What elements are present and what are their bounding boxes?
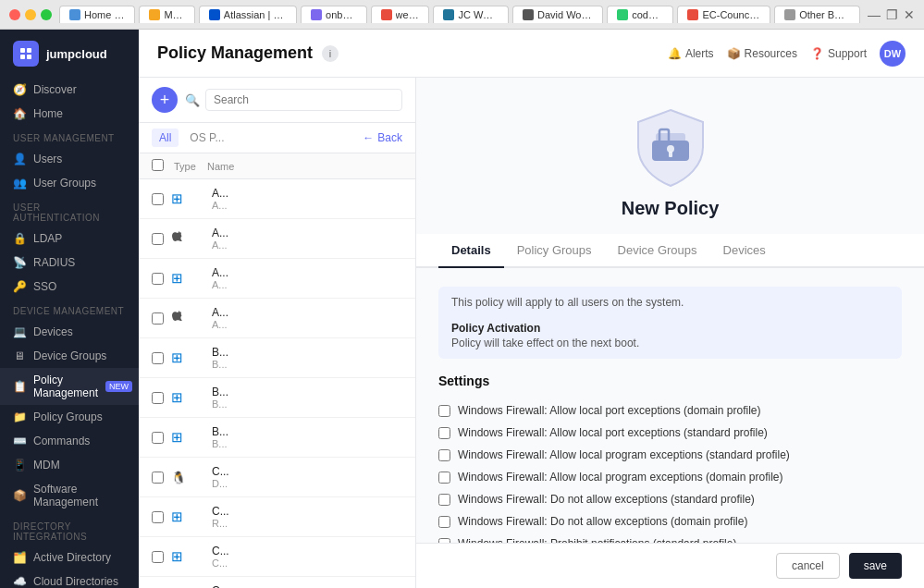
sidebar-item-active-directory[interactable]: 🗂️Active Directory bbox=[0, 545, 139, 570]
tab-all[interactable]: All bbox=[152, 129, 179, 147]
browser-tab-3[interactable]: onboarding bbox=[301, 6, 367, 23]
device-checkbox-0[interactable] bbox=[152, 193, 164, 205]
browser-tab-9[interactable]: Other Bookmarks bbox=[774, 6, 860, 23]
sidebar-item-policy-groups[interactable]: 📁Policy Groups bbox=[0, 405, 139, 429]
device-row[interactable]: ⊞ C... C... bbox=[139, 537, 415, 577]
policy-groups-icon: 📁 bbox=[13, 410, 26, 423]
device-checkbox-7[interactable] bbox=[152, 472, 164, 484]
info-box: This policy will apply to all users on t… bbox=[438, 287, 902, 359]
search-input[interactable] bbox=[205, 89, 402, 111]
device-checkbox-1[interactable] bbox=[152, 233, 164, 245]
back-button[interactable]: ← Back bbox=[363, 131, 402, 144]
sidebar-item-radius[interactable]: 📡RADIUS bbox=[0, 251, 139, 275]
browser-tab-6[interactable]: David Worthingto... bbox=[512, 6, 603, 23]
device-checkbox-9[interactable] bbox=[152, 551, 164, 563]
cancel-button[interactable]: cancel bbox=[776, 553, 840, 579]
maximize-button[interactable] bbox=[41, 9, 52, 20]
device-name: C... bbox=[212, 584, 402, 588]
settings-checkbox-label-4: Windows Firewall: Do not allow exception… bbox=[458, 493, 755, 506]
select-all-checkbox[interactable] bbox=[152, 159, 164, 171]
settings-checkbox-row[interactable]: Windows Firewall: Allow local port excep… bbox=[438, 399, 902, 422]
sidebar-item-device-groups[interactable]: 🖥Device Groups bbox=[0, 344, 139, 368]
add-policy-button[interactable]: + bbox=[152, 87, 178, 113]
settings-checkbox-row[interactable]: Windows Firewall: Do not allow exception… bbox=[438, 510, 902, 533]
device-row[interactable]: ⊞ C... R... bbox=[139, 497, 415, 537]
sidebar-item-user-groups[interactable]: 👥User Groups bbox=[0, 171, 139, 195]
sidebar-item-cloud-directories[interactable]: ☁️Cloud Directories bbox=[0, 570, 139, 588]
sidebar-item-software-mgmt[interactable]: 📦Software Management bbox=[0, 477, 139, 514]
device-checkbox-5[interactable] bbox=[152, 392, 164, 404]
settings-checkbox-row[interactable]: Windows Firewall: Allow local program ex… bbox=[438, 466, 902, 488]
device-row[interactable]: ⊞ A... A... bbox=[139, 179, 415, 219]
sidebar-item-label-software-mgmt: Software Management bbox=[33, 483, 126, 508]
browser-window-controls: — ❐ ✕ bbox=[868, 7, 915, 22]
sidebar-item-discover[interactable]: 🧭Discover bbox=[0, 78, 139, 102]
browser-tab-8[interactable]: EC-Council | CEH... bbox=[677, 6, 770, 23]
device-row[interactable]: ⊞ B... B... bbox=[139, 418, 415, 458]
settings-checkbox-1[interactable] bbox=[438, 427, 450, 439]
sidebar-item-ldap[interactable]: 🔒LDAP bbox=[0, 227, 139, 251]
sidebar-item-sso[interactable]: 🔑SSO bbox=[0, 275, 139, 299]
resources-button[interactable]: 📦 Resources bbox=[727, 47, 797, 60]
sidebar-item-mdm[interactable]: 📱MDM bbox=[0, 453, 139, 477]
device-checkbox-6[interactable] bbox=[152, 432, 164, 444]
info-icon[interactable]: i bbox=[322, 45, 339, 62]
settings-checkbox-5[interactable] bbox=[438, 516, 450, 528]
tab-device-groups[interactable]: Device Groups bbox=[605, 234, 710, 268]
settings-checkbox-row[interactable]: Windows Firewall: Allow local program ex… bbox=[438, 444, 902, 466]
browser-close-icon[interactable]: ✕ bbox=[904, 7, 915, 22]
device-os-type bbox=[171, 230, 204, 247]
sidebar-item-commands[interactable]: ⌨️Commands bbox=[0, 429, 139, 453]
users-icon: 👤 bbox=[13, 153, 26, 165]
resources-icon: 📦 bbox=[727, 47, 741, 60]
new-badge: NEW bbox=[105, 381, 132, 392]
settings-checkbox-row[interactable]: Windows Firewall: Prohibit notifications… bbox=[438, 533, 902, 543]
browser-minimize-icon[interactable]: — bbox=[868, 7, 881, 22]
device-row[interactable]: 🐧 C... D... bbox=[139, 458, 415, 497]
device-row[interactable]: A... A... bbox=[139, 219, 415, 259]
settings-checkbox-2[interactable] bbox=[438, 449, 450, 461]
device-row[interactable]: ⊞ A... A... bbox=[139, 259, 415, 299]
browser-tab-2[interactable]: Atlassian | Start pro... bbox=[199, 6, 297, 23]
minimize-button[interactable] bbox=[25, 9, 36, 20]
browser-tab-0[interactable]: Home | Lattice bbox=[59, 6, 135, 23]
tab-details[interactable]: Details bbox=[438, 234, 504, 268]
support-button[interactable]: ❓ Support bbox=[810, 47, 867, 60]
device-checkbox-3[interactable] bbox=[152, 312, 164, 325]
device-row[interactable]: ⊞ C... C... bbox=[139, 577, 415, 588]
bell-icon: 🔔 bbox=[668, 47, 682, 60]
sidebar-item-devices[interactable]: 💻Devices bbox=[0, 320, 139, 344]
tab-policy-groups[interactable]: Policy Groups bbox=[504, 234, 605, 268]
settings-checkbox-row[interactable]: Windows Firewall: Do not allow exception… bbox=[438, 488, 902, 510]
settings-checkbox-4[interactable] bbox=[438, 494, 450, 506]
sidebar-item-users[interactable]: 👤Users bbox=[0, 147, 139, 171]
tab-os-policies[interactable]: OS P... bbox=[182, 129, 231, 147]
browser-tab-7[interactable]: coded CEH bbox=[607, 6, 673, 23]
device-row[interactable]: ⊞ B... B... bbox=[139, 338, 415, 378]
sidebar-item-policy-management[interactable]: 📋Policy ManagementNEW bbox=[0, 368, 139, 405]
settings-checkbox-3[interactable] bbox=[438, 472, 450, 484]
close-button[interactable] bbox=[9, 9, 20, 20]
tab-devices[interactable]: Devices bbox=[710, 234, 779, 268]
device-name: A... bbox=[212, 227, 402, 239]
sidebar-section-label: Device Management bbox=[0, 299, 139, 320]
alerts-button[interactable]: 🔔 Alerts bbox=[668, 47, 714, 60]
settings-checkbox-0[interactable] bbox=[438, 405, 450, 417]
device-checkbox-2[interactable] bbox=[152, 273, 164, 285]
settings-checkbox-row[interactable]: Windows Firewall: Allow local port excep… bbox=[438, 422, 902, 444]
browser-restore-icon[interactable]: ❐ bbox=[886, 7, 898, 22]
browser-tab-4[interactable]: webinars bbox=[371, 6, 430, 23]
window-controls[interactable] bbox=[9, 9, 52, 20]
device-row[interactable]: ⊞ B... B... bbox=[139, 378, 415, 418]
settings-checkbox-label-2: Windows Firewall: Allow local program ex… bbox=[458, 448, 790, 461]
info-activation-body: Policy will take effect on the next boot… bbox=[451, 337, 639, 349]
device-checkbox-8[interactable] bbox=[152, 511, 164, 523]
checkbox-list: Windows Firewall: Allow local port excep… bbox=[438, 399, 902, 543]
device-row[interactable]: A... A... bbox=[139, 299, 415, 338]
device-checkbox-4[interactable] bbox=[152, 352, 164, 364]
sidebar-item-home[interactable]: 🏠Home bbox=[0, 102, 139, 126]
browser-tab-5[interactable]: JC Wordpress bbox=[433, 6, 509, 23]
save-button[interactable]: save bbox=[849, 553, 902, 579]
browser-tab-1[interactable]: Monday bbox=[139, 6, 194, 23]
windows-icon: ⊞ bbox=[171, 389, 183, 405]
